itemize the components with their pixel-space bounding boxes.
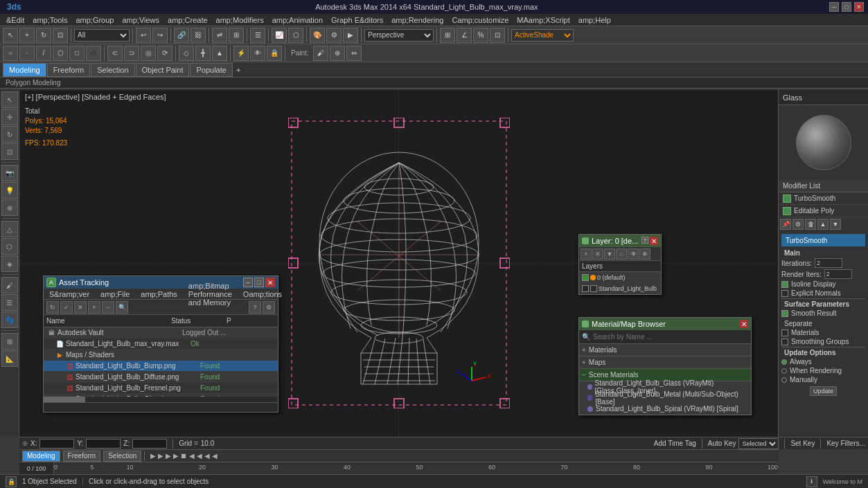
at-menu-options[interactable]: Oamp;tions <box>240 288 285 300</box>
tb2-loop[interactable]: ⟳ <box>157 46 172 61</box>
at-close-button[interactable]: ✕ <box>265 278 275 287</box>
tb2-shrink[interactable]: ⊂ <box>107 46 123 61</box>
tb2-chamfer[interactable]: ◇ <box>179 46 194 61</box>
tb-spinner-snap[interactable]: ⊡ <box>490 28 505 43</box>
tb2-swift[interactable]: ⚡ <box>233 46 249 61</box>
tb2-select-obj[interactable]: ○ <box>3 46 18 61</box>
timeline[interactable]: 0 / 100 0 5 10 20 30 40 50 60 70 80 90 1… <box>19 462 778 474</box>
tab-populate[interactable]: Populate <box>190 63 232 77</box>
tb-redo[interactable]: ↪ <box>152 28 168 43</box>
coord-mode-btn[interactable]: ⊕ <box>22 440 28 447</box>
maximize-button[interactable]: □ <box>842 2 851 12</box>
at-row-vault[interactable]: 🏛 Autodesk Vault Logged Out ... <box>44 327 278 338</box>
lt-paint[interactable]: 🖌 <box>1 277 18 293</box>
layer-row-bulb[interactable]: Standard_Light_Bulb <box>579 283 661 294</box>
ts-isoline-check[interactable] <box>781 281 788 288</box>
lt-light[interactable]: 💡 <box>1 182 18 199</box>
at-tb-help[interactable]: ? <box>249 301 261 314</box>
modifier-pin-btn[interactable]: 📌 <box>780 219 791 230</box>
tb-scale[interactable]: ⊡ <box>53 28 68 43</box>
layers-tb-hide[interactable]: 👁 <box>628 248 639 260</box>
at-row-maxfile[interactable]: 📄 Standard_Light_Bulb_max_vray.max Ok <box>44 338 278 350</box>
at-row-diffuse[interactable]: 🖼 Standard_Light_Bulb_Diffuse.png Found <box>44 372 278 383</box>
mb-close-button[interactable]: ✕ <box>740 320 748 328</box>
tab-object-paint[interactable]: Object Paint <box>136 63 190 77</box>
lt-shapes[interactable]: △ <box>1 221 18 237</box>
menu-create[interactable]: amp;Create <box>164 14 211 26</box>
at-row-bump[interactable]: 🖼 Standard_Light_Bulb_Bump.png Found <box>44 361 278 372</box>
x-input[interactable] <box>39 439 74 449</box>
modifier-turbosmooth[interactable]: TurboSmooth <box>779 192 868 205</box>
tb2-border[interactable]: ⬡ <box>53 46 68 61</box>
tb2-extrude[interactable]: ▲ <box>212 46 227 61</box>
tab-selection[interactable]: Selection <box>91 63 134 77</box>
mb-item-metal[interactable]: Standard_Light_Bulb_Metal (Multi/Sub-Obj… <box>579 392 751 404</box>
tb2-vertex[interactable]: · <box>19 46 35 61</box>
minimize-button[interactable]: ─ <box>829 2 839 12</box>
hk-tab-selection[interactable]: Selection <box>103 451 141 462</box>
modifier-check-editable-poly[interactable] <box>783 207 791 215</box>
ts-always-radio[interactable] <box>781 359 787 365</box>
at-tb-add[interactable]: + <box>88 301 100 314</box>
ts-update-button[interactable]: Update <box>810 386 837 396</box>
modifier-delete-btn[interactable]: 🗑 <box>805 219 816 230</box>
lt-move[interactable]: ✛ <box>1 109 18 125</box>
menu-animation[interactable]: amp;Animation <box>269 14 326 26</box>
ts-smoothgroups-check[interactable] <box>781 338 788 345</box>
tb2-paint[interactable]: 🖌 <box>313 46 328 61</box>
modifier-editable-poly[interactable]: Editable Poly <box>779 205 868 217</box>
ts-whenrendering-radio[interactable] <box>781 368 787 374</box>
at-tb-settings[interactable]: ⚙ <box>263 301 275 314</box>
at-tb-search[interactable]: 🔍 <box>116 301 128 314</box>
at-minimize-button[interactable]: ─ <box>243 278 253 287</box>
lt-geometry[interactable]: ⬡ <box>1 238 18 255</box>
lt-select[interactable]: ↖ <box>1 91 18 108</box>
tb-link[interactable]: 🔗 <box>174 28 189 43</box>
modifier-configure-btn[interactable]: ⚙ <box>792 219 804 230</box>
ts-materials-check[interactable] <box>781 329 788 336</box>
lt-helper[interactable]: ⊕ <box>1 199 18 216</box>
menu-edit[interactable]: &Edit <box>3 14 28 26</box>
at-scrollbar[interactable] <box>44 397 278 402</box>
menu-tools[interactable]: amp;Tools <box>29 14 71 26</box>
lt-ribbon[interactable]: ☰ <box>1 294 18 311</box>
layers-tb-new[interactable]: + <box>581 248 592 260</box>
menu-views[interactable]: amp;Views <box>118 14 163 26</box>
at-menu-file[interactable]: amp;File <box>98 288 132 300</box>
at-menu-bitmap[interactable]: amp;Bitmap Performance and Memory <box>186 288 235 300</box>
at-tb-resolve[interactable]: ✓ <box>60 301 73 314</box>
lt-scale[interactable]: ⊡ <box>1 143 18 160</box>
y-input[interactable] <box>86 439 121 449</box>
tb2-preview[interactable]: 👁 <box>250 46 265 61</box>
tb2-symmetry[interactable]: ⇔ <box>346 46 362 61</box>
menu-rendering[interactable]: amp;Rendering <box>388 14 447 26</box>
tb-material[interactable]: 🎨 <box>310 28 325 43</box>
tb-unlink[interactable]: ⛓ <box>191 28 206 43</box>
tb-rotate[interactable]: ↻ <box>36 28 51 43</box>
tab-freeform[interactable]: Freeform <box>47 63 91 77</box>
tab-plus[interactable]: + <box>233 66 243 74</box>
tb2-ring[interactable]: ◎ <box>141 46 156 61</box>
menu-modifiers[interactable]: amp;Modifiers <box>213 14 267 26</box>
mb-item-spiral[interactable]: Standard_Light_Bulb_Spiral (VRayMtl) [Sp… <box>579 404 751 415</box>
tb-angle-snap[interactable]: ∠ <box>457 28 472 43</box>
tb2-relax[interactable]: ⊛ <box>330 46 345 61</box>
layer-active-0[interactable] <box>582 274 589 281</box>
at-row-maps-folder[interactable]: ▶ Maps / Shaders <box>44 350 278 361</box>
menu-graph-editors[interactable]: Graph E&ditors <box>328 14 387 26</box>
at-row-fresnel[interactable]: 🖼 Standard_Light_Bulb_Fresnel.png Found <box>44 383 278 394</box>
layer-row-default[interactable]: 0 (default) <box>579 272 661 283</box>
menu-maxscript[interactable]: MAamp;XScript <box>513 14 573 26</box>
ts-renderiters-input[interactable] <box>824 269 852 279</box>
ts-manually-radio[interactable] <box>781 377 787 383</box>
timeline-track[interactable]: 0 5 10 20 30 40 50 60 70 80 90 100 <box>54 462 778 474</box>
at-menu-server[interactable]: S&ramp;ver <box>46 288 92 300</box>
layers-close-button[interactable]: ✕ <box>650 237 658 245</box>
tb-undo[interactable]: ↩ <box>136 28 151 43</box>
tb-render[interactable]: ▶ <box>343 28 358 43</box>
hk-tab-modeling[interactable]: Modeling <box>22 451 60 462</box>
menu-help[interactable]: amp;Help <box>575 14 614 26</box>
close-button[interactable]: ✕ <box>854 2 864 12</box>
lt-compound[interactable]: ◈ <box>1 255 18 272</box>
tb2-element[interactable]: ⬛ <box>86 46 101 61</box>
